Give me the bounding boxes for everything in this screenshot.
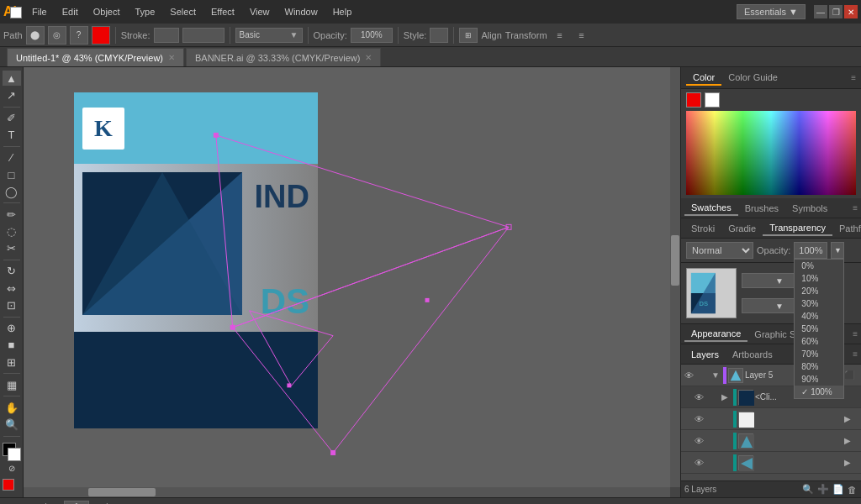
selection-tool[interactable]: ▲ xyxy=(3,71,21,86)
layer-row-5b[interactable]: 👁 ▶ xyxy=(681,452,861,474)
swatches-panel-menu[interactable]: ≡ xyxy=(853,203,858,213)
ellipse-tool[interactable]: ◯ xyxy=(3,184,21,199)
layer-5-expand[interactable]: ▼ xyxy=(711,370,721,380)
opacity-option-50[interactable]: 50% xyxy=(795,323,843,335)
appearance-tab[interactable]: Appearance xyxy=(684,327,747,342)
layers-delete-btn[interactable]: 🗑 xyxy=(847,484,858,496)
tab-untitled[interactable]: Untitled-1* @ 43% (CMYK/Preview) ✕ xyxy=(7,48,184,66)
canvas-area[interactable]: K IND DS xyxy=(24,67,680,497)
line-tool[interactable]: ∕ xyxy=(3,150,21,165)
transparency-tab[interactable]: Transparency xyxy=(763,221,832,236)
background-color-swatch[interactable] xyxy=(705,92,720,108)
color-spectrum[interactable] xyxy=(686,111,856,195)
active-fill[interactable] xyxy=(3,479,14,491)
appearance-panel-menu[interactable]: ≡ xyxy=(853,329,858,339)
opacity-option-20[interactable]: 20% xyxy=(795,285,843,297)
horizontal-scroll-thumb[interactable] xyxy=(88,488,156,496)
chart-tool[interactable]: ▦ xyxy=(3,377,21,392)
active-stroke[interactable] xyxy=(10,7,22,18)
rect-tool[interactable]: □ xyxy=(3,167,21,182)
panel-icon[interactable]: ≡ xyxy=(573,28,591,43)
stroke-style-input[interactable]: Basic ▼ xyxy=(235,28,303,43)
vertical-scrollbar[interactable] xyxy=(670,67,680,487)
swatches-tab[interactable]: Swatches xyxy=(684,201,738,216)
gradient-tool[interactable]: ■ xyxy=(3,338,21,353)
foreground-color-swatch[interactable] xyxy=(686,92,701,108)
layers-add-btn[interactable]: ➕ xyxy=(816,483,830,496)
page-number-input[interactable] xyxy=(64,501,89,505)
stroke-swatch[interactable] xyxy=(182,28,224,43)
align-icon[interactable]: ⊞ xyxy=(459,28,478,43)
blend-mode-select[interactable]: Normal xyxy=(686,242,753,259)
hand-tool[interactable]: ✋ xyxy=(3,400,21,415)
toolbar-icon-1[interactable]: ⬤ xyxy=(26,26,45,45)
toolbar-icon-2[interactable]: ◎ xyxy=(48,26,66,45)
zoom-tool[interactable]: 🔍 xyxy=(3,417,21,432)
artboards-tab[interactable]: Artboards xyxy=(726,348,779,361)
opacity-display[interactable]: 100% xyxy=(351,28,393,43)
opacity-option-60[interactable]: 60% xyxy=(795,335,843,348)
layers-tab[interactable]: Layers xyxy=(684,348,726,361)
menu-select[interactable]: Select xyxy=(163,5,203,18)
scale-tool[interactable]: ⊡ xyxy=(3,297,21,312)
color-panel-menu-icon[interactable]: ≡ xyxy=(851,73,856,82)
color-guide-tab[interactable]: Color Guide xyxy=(721,71,784,86)
toolbar-color-red[interactable] xyxy=(92,26,110,45)
opacity-option-70[interactable]: 70% xyxy=(795,348,843,360)
menu-file[interactable]: File xyxy=(25,5,54,18)
opacity-dropdown-btn[interactable]: ▼ xyxy=(831,242,844,259)
menu-effect[interactable]: Effect xyxy=(204,5,241,18)
pencil-tool[interactable]: ◌ xyxy=(3,223,21,239)
opacity-option-0[interactable]: 0% xyxy=(795,260,843,272)
pen-tool[interactable]: ✐ xyxy=(3,110,21,125)
opacity-option-30[interactable]: 30% xyxy=(795,297,843,310)
layers-search-btn[interactable]: 🔍 xyxy=(801,483,815,496)
type-tool[interactable]: T xyxy=(3,128,21,143)
opacity-option-90[interactable]: 90% xyxy=(795,373,843,386)
close-button[interactable]: ✕ xyxy=(844,5,858,18)
layer-cli-visibility[interactable]: 👁 xyxy=(695,392,708,402)
horizontal-scrollbar[interactable] xyxy=(24,487,670,497)
color-tab[interactable]: Color xyxy=(686,71,721,86)
opacity-option-80[interactable]: 80% xyxy=(795,360,843,373)
mesh-tool[interactable]: ⊞ xyxy=(3,354,21,370)
minimize-button[interactable]: — xyxy=(814,5,827,18)
gradie-tab[interactable]: Gradie xyxy=(721,222,763,235)
reflect-tool[interactable]: ⇔ xyxy=(3,281,21,296)
tab-untitled-close[interactable]: ✕ xyxy=(168,53,175,62)
essentials-button[interactable]: Essentials ▼ xyxy=(737,4,806,19)
direct-selection-tool[interactable]: ↗ xyxy=(3,87,21,102)
stroke-color[interactable] xyxy=(8,448,21,461)
opacity-input[interactable] xyxy=(794,242,827,259)
menu-object[interactable]: Object xyxy=(87,5,127,18)
menu-edit[interactable]: Edit xyxy=(55,5,85,18)
brushes-tab[interactable]: Brushes xyxy=(738,202,785,215)
menu-view[interactable]: View xyxy=(243,5,277,18)
menu-help[interactable]: Help xyxy=(326,5,359,18)
layer-row-4[interactable]: 👁 ▶ xyxy=(681,430,861,452)
vertical-scroll-thumb[interactable] xyxy=(671,235,679,286)
layer-5-visibility[interactable]: 👁 xyxy=(684,370,698,381)
layer-row-3[interactable]: 👁 ▶ xyxy=(681,408,861,430)
layers-panel-menu[interactable]: ≡ xyxy=(853,349,858,359)
layers-page-btn[interactable]: 📄 xyxy=(832,483,845,496)
toolbar-icon-3[interactable]: ? xyxy=(70,26,88,45)
layer-5b-visibility[interactable]: 👁 xyxy=(695,458,708,468)
layer-3-visibility[interactable]: 👁 xyxy=(695,414,708,424)
blend-tool[interactable]: ⊕ xyxy=(3,320,21,335)
paintbrush-tool[interactable]: ✏ xyxy=(3,207,21,222)
menu-window[interactable]: Window xyxy=(278,5,325,18)
tab-banner-close[interactable]: ✕ xyxy=(365,53,372,62)
rotate-tool[interactable]: ↻ xyxy=(3,264,21,279)
more-options-icon[interactable]: ≡ xyxy=(551,28,569,43)
none-color-btn[interactable]: ⊘ xyxy=(5,462,18,475)
opacity-option-100[interactable]: ✓ 100% xyxy=(795,386,843,398)
menu-type[interactable]: Type xyxy=(129,5,162,18)
layer-4-visibility[interactable]: 👁 xyxy=(695,436,708,446)
layer-cli-expand[interactable]: ▶ xyxy=(721,392,732,402)
symbols-tab[interactable]: Symbols xyxy=(785,202,834,215)
pathfi-tab[interactable]: Pathfi xyxy=(832,222,861,235)
stroki-tab[interactable]: Stroki xyxy=(684,222,721,235)
stroke-input[interactable] xyxy=(154,28,179,43)
opacity-option-10[interactable]: 10% xyxy=(795,272,843,285)
